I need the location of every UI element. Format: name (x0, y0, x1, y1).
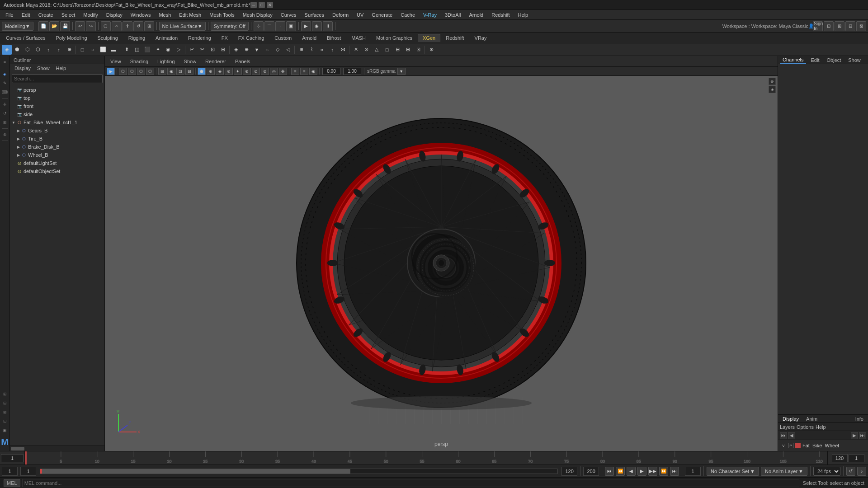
minimize-button[interactable]: ─ (250, 2, 257, 8)
new-file-btn[interactable]: 📄 (38, 21, 48, 31)
tool-cut[interactable]: ✂ (187, 45, 197, 55)
tool-select[interactable]: ◈ (2, 45, 12, 55)
playback-prev-key-btn[interactable]: ⏪ (616, 467, 625, 476)
vp-toggle-1[interactable]: ⬟ (198, 68, 206, 75)
menu-vray[interactable]: V-Ray (420, 11, 440, 19)
tool-normal[interactable]: ↑ (327, 45, 337, 55)
rotate-tool-btn[interactable]: ↺ (133, 21, 143, 31)
frame-current-left-input[interactable] (20, 467, 36, 476)
tool-smooth[interactable]: ≋ (296, 45, 306, 55)
edge-btn-menu[interactable]: ≡ (1, 58, 9, 66)
timeline-range-bar[interactable] (40, 469, 558, 474)
expand-brake-disk[interactable]: ▶ (17, 145, 20, 149)
tool-extras[interactable]: ⊛ (426, 45, 436, 55)
channel-tab-show[interactable]: Show (845, 57, 863, 63)
vp-gamma-dropdown[interactable]: ▼ (397, 68, 406, 75)
tab-mash[interactable]: MASH (346, 34, 371, 42)
edge-btn-move[interactable]: ✛ (1, 100, 9, 108)
vp-toggle-2[interactable]: ⊕ (207, 68, 215, 75)
edge-btn-layout3[interactable]: ⊠ (1, 408, 9, 416)
tool-wedge2[interactable]: ◁ (283, 45, 293, 55)
layout-btn-4[interactable]: ⊠ (856, 21, 866, 31)
layer-nav-next-next[interactable]: ⏭ (859, 432, 866, 439)
outliner-menu-help[interactable]: Help (53, 65, 69, 71)
tool-unfold[interactable]: ⋈ (338, 45, 348, 55)
menu-select[interactable]: Select (58, 11, 79, 19)
vp-toggle-7[interactable]: ⊙ (252, 68, 260, 75)
edge-btn-paint[interactable]: ✎ (1, 79, 9, 87)
no-live-surface-btn[interactable]: No Live Surface ▼ (159, 22, 206, 31)
tree-item-top[interactable]: 📷 top (10, 94, 104, 102)
edge-btn-scale[interactable]: ⊞ (1, 118, 9, 127)
menu-file[interactable]: File (2, 11, 17, 19)
channel-tab-object[interactable]: Object (824, 57, 844, 63)
select-tool-btn[interactable]: ⬡ (101, 21, 111, 31)
tab-animation[interactable]: Animation (151, 34, 183, 42)
vp-btn-top[interactable]: ⬡ (146, 68, 154, 75)
channel-tab-edit[interactable]: Edit (808, 57, 822, 63)
playback-prev-frame-btn[interactable]: ◀ (627, 467, 636, 476)
tool-pin[interactable]: ↑ (43, 45, 53, 55)
layer-tab-anim[interactable]: Anim (803, 416, 820, 422)
outliner-scrollbar[interactable] (10, 446, 104, 451)
edge-btn-layout4[interactable]: ⊡ (1, 417, 9, 425)
snap-grid-btn[interactable]: ⊹ (254, 21, 264, 31)
tree-item-front[interactable]: 📷 front (10, 102, 104, 110)
tool-combine[interactable]: ⊞ (403, 45, 413, 55)
tab-rendering[interactable]: Rendering (183, 34, 216, 42)
timeline-start-input[interactable] (1, 454, 24, 462)
tool-extrude[interactable]: ⬆ (122, 45, 132, 55)
layer-tab-display[interactable]: Display (780, 416, 802, 422)
playback-sound-btn[interactable]: ♪ (857, 467, 866, 476)
symmetry-btn[interactable]: Symmetry: Off (211, 22, 249, 31)
tool-average[interactable]: ⌇ (307, 45, 316, 55)
layer-option-layers[interactable]: Layers (780, 424, 795, 430)
vp-toggle-3[interactable]: ◈ (216, 68, 224, 75)
mode-selector[interactable]: Modeling ▼ (2, 22, 33, 31)
menu-windows[interactable]: Windows (127, 11, 155, 19)
maximize-button[interactable]: □ (259, 2, 265, 8)
tab-bifrost[interactable]: Bifrost (322, 34, 346, 42)
tool-cleanup[interactable]: ⊘ (361, 45, 371, 55)
tab-poly-modeling[interactable]: Poly Modeling (51, 34, 92, 42)
vp-btn-side[interactable]: ⬡ (137, 68, 145, 75)
ipr-btn[interactable]: ◉ (312, 21, 322, 31)
vp-value1-input[interactable]: 0.00 (322, 68, 340, 75)
menu-curves[interactable]: Curves (277, 11, 300, 19)
vp-btn-front[interactable]: ⬡ (128, 68, 136, 75)
layer-tab-info[interactable]: Info (853, 416, 866, 422)
tool-insert[interactable]: ⊡ (208, 45, 217, 55)
frame-total-end-input[interactable] (583, 467, 599, 476)
tool-multicut[interactable]: ✂ (197, 45, 207, 55)
tab-custom[interactable]: Custom (269, 34, 297, 42)
scene-canvas[interactable]: X Y Z persp ⊕ ◈ (105, 76, 778, 451)
tool-flip[interactable]: ↔ (262, 45, 272, 55)
menu-mesh-display[interactable]: Mesh Display (239, 11, 276, 19)
tab-arnold[interactable]: Arnold (297, 34, 321, 42)
tab-motion-graphics[interactable]: Motion Graphics (371, 34, 417, 42)
vp-btn-persp[interactable]: ⬡ (119, 68, 127, 75)
timeline-range-thumb[interactable] (40, 469, 350, 474)
tool-move-up[interactable]: ↑ (54, 45, 64, 55)
tool-weld[interactable]: ⊕ (241, 45, 251, 55)
undo-btn[interactable]: ↩ (75, 21, 85, 31)
tool-append[interactable]: ✦ (153, 45, 163, 55)
tool-merge[interactable]: ◈ (231, 45, 241, 55)
vp-toggle-8[interactable]: ⊚ (261, 68, 269, 75)
snap-curve-btn[interactable]: ⌒ (264, 21, 274, 31)
lasso-tool-btn[interactable]: ○ (112, 21, 122, 31)
layer-pickable[interactable]: P (788, 443, 793, 448)
playback-play-btn[interactable]: ▶ (637, 467, 646, 476)
expand-tire[interactable]: ▶ (17, 137, 20, 141)
render-btn[interactable]: ▶ (301, 21, 311, 31)
menu-create[interactable]: Create (35, 11, 57, 19)
edge-btn-rotate[interactable]: ↺ (1, 109, 9, 117)
vp-tab-renderer[interactable]: Renderer (202, 58, 230, 65)
tab-sculpting[interactable]: Sculpting (93, 34, 123, 42)
redo-btn[interactable]: ↪ (86, 21, 96, 31)
tool-cube[interactable]: □ (77, 45, 87, 55)
no-character-set-btn[interactable]: No Character Set ▼ (707, 467, 759, 476)
tool-plane[interactable]: ▬ (108, 45, 118, 55)
tool-paint[interactable]: ⬟ (12, 45, 22, 55)
vp-btn-extra1[interactable]: ≡ (291, 68, 299, 75)
